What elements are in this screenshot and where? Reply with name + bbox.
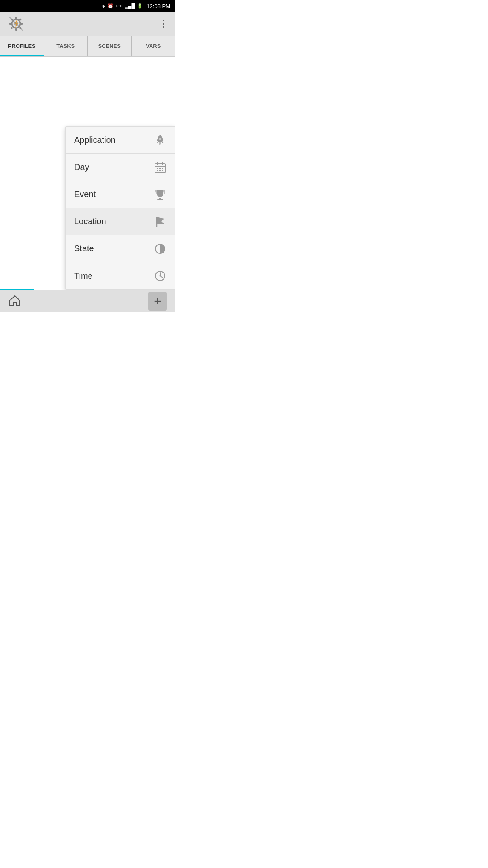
svg-rect-21 — [159, 170, 161, 171]
menu-item-state[interactable]: State — [66, 235, 175, 262]
day-label: Day — [74, 162, 89, 172]
trophy-icon — [154, 188, 166, 201]
location-label: Location — [74, 217, 106, 226]
more-options-icon[interactable]: ⋮ — [159, 18, 169, 29]
state-icon — [154, 242, 166, 255]
context-menu: Application Day — [65, 126, 175, 290]
app-bar: ⋮ — [0, 12, 175, 36]
svg-rect-20 — [157, 170, 158, 171]
app-logo — [7, 14, 25, 33]
menu-item-location[interactable]: Location — [66, 208, 175, 235]
event-label: Event — [74, 189, 96, 199]
tab-bar: PROFILES TASKS SCENES VARS — [0, 36, 175, 57]
time-label: Time — [74, 271, 93, 281]
svg-point-30 — [160, 275, 161, 277]
signal-icon: ▂▄█ — [125, 3, 135, 9]
status-time: 12:08 PM — [147, 3, 170, 9]
svg-rect-24 — [157, 199, 163, 200]
svg-rect-5 — [21, 23, 23, 25]
home-button[interactable] — [8, 294, 21, 309]
svg-point-12 — [159, 138, 161, 140]
tab-scenes[interactable]: SCENES — [88, 36, 132, 56]
add-profile-button[interactable]: + — [148, 292, 167, 311]
svg-rect-22 — [162, 170, 163, 171]
bottom-bar: + — [0, 290, 175, 312]
svg-rect-19 — [162, 168, 163, 169]
svg-rect-3 — [15, 28, 17, 31]
home-icon — [8, 294, 21, 307]
menu-item-event[interactable]: Event — [66, 181, 175, 208]
battery-icon: 🔋 — [137, 3, 143, 9]
clock-icon — [154, 270, 166, 282]
svg-rect-4 — [9, 23, 11, 25]
status-bar: ∗ ⏰ LTE ▂▄█ 🔋 12:08 PM — [0, 0, 175, 12]
main-content: Application Day — [0, 57, 175, 290]
tab-tasks[interactable]: TASKS — [44, 36, 88, 56]
menu-item-day[interactable]: Day — [66, 154, 175, 181]
rocket-icon — [154, 134, 166, 147]
alarm-icon: ⏰ — [108, 3, 114, 9]
lte-icon: LTE — [116, 4, 122, 8]
plus-icon: + — [154, 295, 161, 308]
status-icons: ∗ ⏰ LTE ▂▄█ 🔋 12:08 PM — [102, 3, 170, 9]
tab-active-indicator — [0, 55, 44, 56]
svg-rect-18 — [159, 168, 161, 169]
state-label: State — [74, 244, 94, 253]
application-label: Application — [74, 135, 116, 145]
flag-icon — [154, 215, 166, 228]
svg-rect-2 — [15, 17, 17, 19]
menu-item-time[interactable]: Time — [66, 262, 175, 289]
calendar-icon — [154, 161, 166, 174]
tab-vars[interactable]: VARS — [132, 36, 176, 56]
bluetooth-icon: ∗ — [102, 3, 105, 9]
menu-item-application[interactable]: Application — [66, 127, 175, 154]
svg-rect-23 — [159, 198, 161, 199]
svg-rect-17 — [157, 168, 158, 169]
tab-profiles[interactable]: PROFILES — [0, 36, 44, 56]
